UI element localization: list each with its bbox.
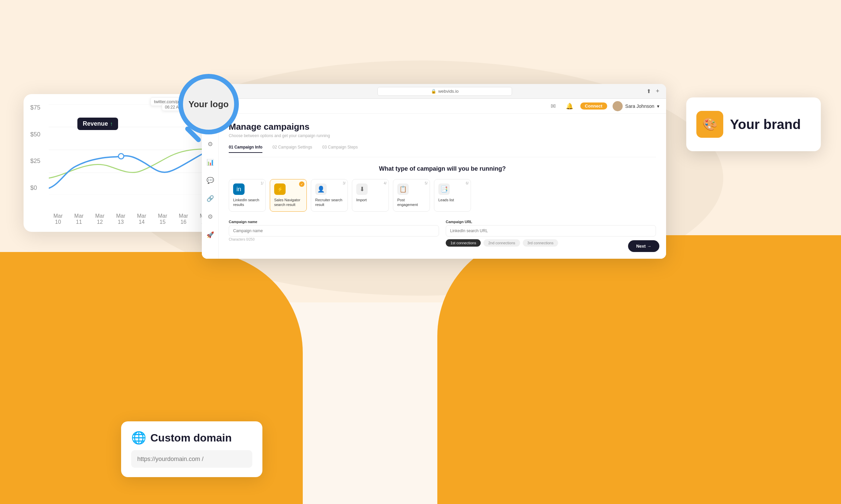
post-icon: 📋 (397, 183, 409, 195)
campaign-question: What type of campaign will you be runnin… (229, 165, 656, 173)
revenue-tooltip: Revenue ↑ (78, 118, 118, 130)
connection-pills: 1st connections 2nd connections 3rd conn… (446, 239, 656, 247)
bell-icon[interactable]: 🔔 (564, 101, 575, 111)
browser-window: 🔒 webvids.io ⬆ + ✉ 🔔 Connect Sara Johnso… (202, 84, 666, 259)
x-label-mar14: Mar14 (133, 213, 151, 225)
user-menu[interactable]: Sara Johnson ▾ (613, 101, 659, 111)
campaign-name-input[interactable] (229, 225, 439, 236)
add-tab-icon[interactable]: + (656, 88, 659, 95)
campaign-type-post[interactable]: 5/ 📋 Post engagement (393, 179, 430, 212)
brand-card: 🎨 Your brand (686, 97, 821, 151)
linkedin-icon: in (233, 183, 244, 195)
sidebar-settings-icon[interactable]: ⚙ (205, 211, 216, 222)
connect-badge[interactable]: Connect (580, 103, 607, 110)
x-label-mar11: Mar11 (70, 213, 88, 225)
bg-orange-right (437, 235, 841, 504)
campaign-url-label: Campaign URL (446, 220, 656, 224)
user-name: Sara Johnson (625, 104, 654, 109)
steps-bar: 01 Campaign Info 02 Campaign Settings 03… (229, 145, 656, 157)
pill-1st[interactable]: 1st connections (446, 239, 481, 247)
magnifier-circle: Your logo (178, 74, 239, 134)
app-main-content: Manage campaigns Choose between options … (219, 113, 666, 259)
pill-3rd[interactable]: 3rd connections (523, 239, 559, 247)
brand-icon-box: 🎨 (696, 111, 723, 138)
lock-icon: 🔒 (431, 89, 436, 94)
linkedin-label: LinkedIn search results (233, 198, 261, 207)
y-label-0: $0 (30, 184, 40, 192)
domain-title: 🌐 Custom domain (131, 431, 252, 445)
sales-nav-icon: ⚡ (274, 183, 286, 195)
domain-input[interactable] (131, 450, 252, 468)
sidebar-link-icon[interactable]: 🔗 (205, 193, 216, 204)
recruiter-label: Recruiter search result (315, 198, 343, 207)
y-label-50: $50 (30, 131, 40, 138)
card-num-1: 1/ (261, 181, 263, 185)
app-topbar: ✉ 🔔 Connect Sara Johnson ▾ (202, 99, 666, 113)
campaign-type-sales-navigator[interactable]: ✓ ⚡ Sales Navigator search result (270, 179, 307, 212)
post-label: Post engagement (397, 198, 426, 207)
app-page-title: Manage campaigns (229, 122, 656, 132)
page: 6 Reasons to white label a product twitt… (0, 0, 841, 504)
app-page-subtitle: Choose between options and get your camp… (229, 133, 656, 138)
recruiter-icon: 👤 (315, 183, 327, 195)
leads-icon: 📑 (438, 183, 450, 195)
next-button[interactable]: Next → (628, 240, 659, 252)
trend-icon: ↑ (110, 121, 113, 127)
sidebar-rocket-icon[interactable]: 🚀 (205, 229, 216, 240)
chart-y-axis: $75 $50 $25 $0 (30, 104, 40, 192)
brand-label: Your brand (730, 117, 801, 132)
campaign-url-input[interactable] (446, 225, 656, 236)
globe-icon: 🌐 (131, 431, 146, 445)
browser-url-bar[interactable]: 🔒 webvids.io (377, 87, 512, 96)
brand-palette-icon: 🎨 (702, 117, 718, 131)
campaign-url-group: Campaign URL 1st connections 2nd connect… (446, 220, 656, 247)
app-body: 📢 ⚙ 📊 💬 🔗 ⚙ 🚀 Manage campaigns Choose be… (202, 113, 666, 259)
y-label-75: $75 (30, 104, 40, 111)
card-num-6: 6/ (466, 181, 469, 185)
import-label: Import (356, 198, 384, 202)
domain-card: 🌐 Custom domain (121, 421, 262, 477)
campaign-type-linkedin[interactable]: 1/ in LinkedIn search results (229, 179, 266, 212)
sales-nav-label: Sales Navigator search result (274, 198, 303, 207)
revenue-label: Revenue (83, 120, 108, 127)
y-label-25: $25 (30, 158, 40, 165)
chart-x-axis: Mar10 Mar11 Mar12 Mar13 Mar14 Mar15 Mar1… (49, 213, 213, 225)
chevron-down-icon: ▾ (657, 104, 659, 109)
campaign-name-group: Campaign name Characters 0/250 (229, 220, 439, 247)
x-label-mar16: Mar16 (174, 213, 193, 225)
sidebar-chart-icon[interactable]: 📊 (205, 157, 216, 168)
card-num-5: 5/ (425, 181, 428, 185)
share-icon[interactable]: ⬆ (647, 88, 651, 94)
import-icon: ⬇ (356, 183, 368, 195)
magnifier: Your logo (178, 74, 252, 148)
x-label-mar12: Mar12 (90, 213, 109, 225)
step-campaign-settings[interactable]: 02 Campaign Settings (273, 145, 312, 153)
pill-2nd[interactable]: 2nd connections (483, 239, 520, 247)
user-avatar (613, 101, 623, 111)
mail-icon[interactable]: ✉ (548, 101, 559, 111)
campaign-type-import[interactable]: 4/ ⬇ Import (352, 179, 389, 212)
campaign-type-leads[interactable]: 6/ 📑 Leads list (434, 179, 471, 212)
x-label-mar10: Mar10 (49, 213, 67, 225)
campaign-type-recruiter[interactable]: 3/ 👤 Recruiter search result (311, 179, 348, 212)
x-label-mar13: Mar13 (111, 213, 130, 225)
campaign-name-label: Campaign name (229, 220, 439, 224)
form-row: Campaign name Characters 0/250 Campaign … (229, 220, 656, 247)
svg-point-5 (118, 154, 124, 159)
card-num-3: 3/ (343, 181, 345, 185)
leads-label: Leads list (438, 198, 467, 202)
browser-chrome: 🔒 webvids.io ⬆ + (202, 84, 666, 99)
domain-title-text: Custom domain (150, 432, 232, 444)
card-num-4: 4/ (384, 181, 387, 185)
sidebar-chat-icon[interactable]: 💬 (205, 175, 216, 186)
magnifier-label: Your logo (188, 99, 228, 110)
x-label-mar15: Mar15 (153, 213, 172, 225)
campaign-name-hint: Characters 0/250 (229, 237, 439, 241)
step-campaign-steps[interactable]: 03 Campaign Steps (322, 145, 358, 153)
url-text: webvids.io (438, 89, 459, 94)
campaign-types: 1/ in LinkedIn search results ✓ ⚡ Sales … (229, 179, 656, 212)
selected-check: ✓ (299, 181, 305, 187)
